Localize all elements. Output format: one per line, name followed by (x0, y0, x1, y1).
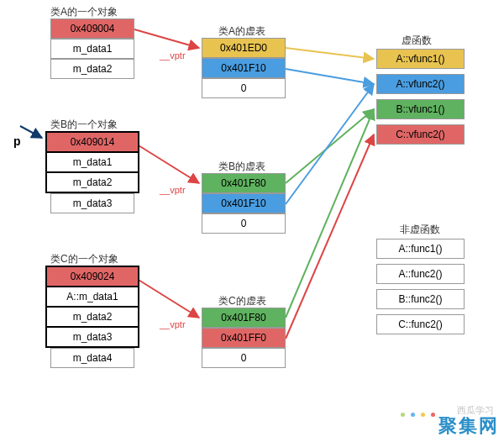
obj-c-row: m_data3 (45, 326, 139, 348)
obj-a-vptr: 0x409004 (50, 18, 134, 39)
obj-a-row: m_data1 (50, 39, 134, 59)
obj-c-row: A::m_data1 (45, 286, 139, 308)
vt-a-row: 0x401ED0 (202, 38, 286, 58)
vt-b-row: 0x401F10 (202, 193, 286, 213)
vt-b-title: 类B的虚表 (218, 160, 265, 174)
dot-icon (411, 413, 415, 417)
obj-c-row: m_data4 (50, 348, 134, 368)
dot-icon (421, 413, 425, 417)
obj-c-vptr: 0x409024 (45, 266, 139, 287)
vptr-label: __vptr (160, 50, 186, 61)
vt-b-row: 0x401F80 (202, 173, 286, 193)
vt-c-title: 类C的虚表 (218, 294, 266, 308)
vfunc-row: C::vfunc2() (376, 124, 465, 145)
obj-a-title: 类A的一个对象 (50, 5, 118, 19)
obj-a-row: m_data2 (50, 59, 134, 79)
obj-b-vptr: 0x409014 (45, 131, 139, 153)
obj-b-row: m_data1 (45, 151, 139, 173)
vt-b-row: 0 (202, 213, 286, 234)
svg-line-4 (286, 48, 374, 59)
obj-b-title: 类B的一个对象 (50, 118, 118, 132)
watermark-brand: 聚集网 (438, 413, 499, 439)
nvfunc-row: C::func2() (376, 314, 465, 334)
vt-c-row: 0x401F80 (202, 308, 286, 328)
nvfunc-title: 非虚函数 (400, 223, 440, 237)
nvfunc-row: A::func1() (376, 239, 465, 259)
vptr-label: __vptr (160, 185, 186, 195)
svg-line-7 (286, 84, 374, 204)
vfunc-row: B::vfunc1() (376, 99, 465, 119)
svg-line-0 (20, 126, 42, 138)
vfunc-row: A::vfunc1() (376, 49, 465, 69)
svg-line-9 (286, 134, 374, 339)
diagram-stage: 类A的一个对象 0x409004 m_data1 m_data2 类B的一个对象… (0, 0, 504, 442)
vfunc-row: A::vfunc2() (376, 74, 465, 94)
obj-c-title: 类C的一个对象 (50, 252, 118, 266)
svg-line-1 (134, 29, 199, 48)
vt-a-row: 0 (202, 78, 286, 98)
obj-c-row: m_data2 (45, 306, 139, 328)
vt-c-row: 0x401FF0 (202, 328, 286, 348)
svg-line-3 (134, 277, 199, 318)
dot-icon (401, 413, 405, 417)
p-label: p (13, 134, 21, 148)
svg-line-2 (134, 143, 199, 183)
vt-a-row: 0x401F10 (202, 58, 286, 78)
nvfunc-row: B::func2() (376, 289, 465, 309)
svg-line-6 (286, 109, 374, 183)
obj-b-row: m_data3 (50, 193, 134, 213)
dot-icon (431, 413, 435, 417)
vt-c-row: 0 (202, 348, 286, 368)
nvfunc-row: A::func2() (376, 264, 465, 284)
vptr-label: __vptr (160, 319, 186, 329)
svg-line-5 (286, 69, 374, 84)
vt-a-title: 类A的虚表 (218, 24, 265, 39)
vfunc-title: 虚函数 (402, 34, 432, 48)
svg-line-8 (286, 109, 374, 318)
obj-b-row: m_data2 (45, 171, 139, 193)
